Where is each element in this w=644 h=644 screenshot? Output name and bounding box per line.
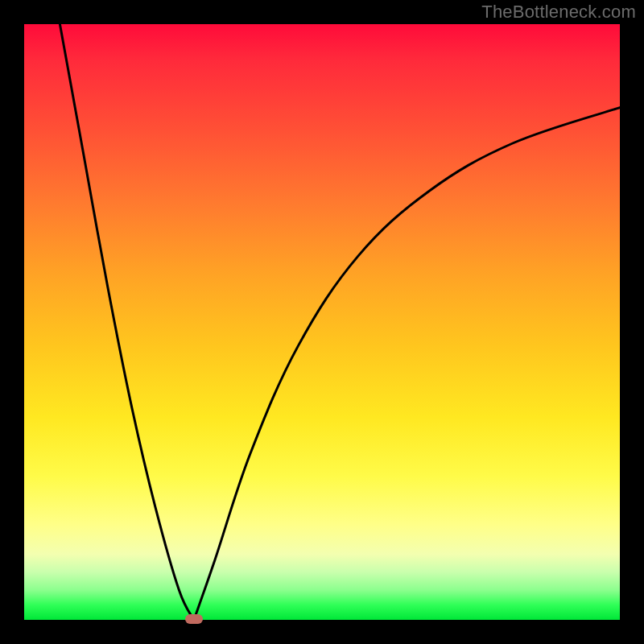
watermark-text: TheBottleneck.com — [481, 2, 636, 23]
minimum-marker — [185, 614, 203, 624]
curve-right-branch — [194, 108, 620, 620]
bottleneck-curve — [24, 24, 620, 620]
curve-left-branch — [60, 24, 194, 620]
chart-frame: TheBottleneck.com — [0, 0, 644, 644]
